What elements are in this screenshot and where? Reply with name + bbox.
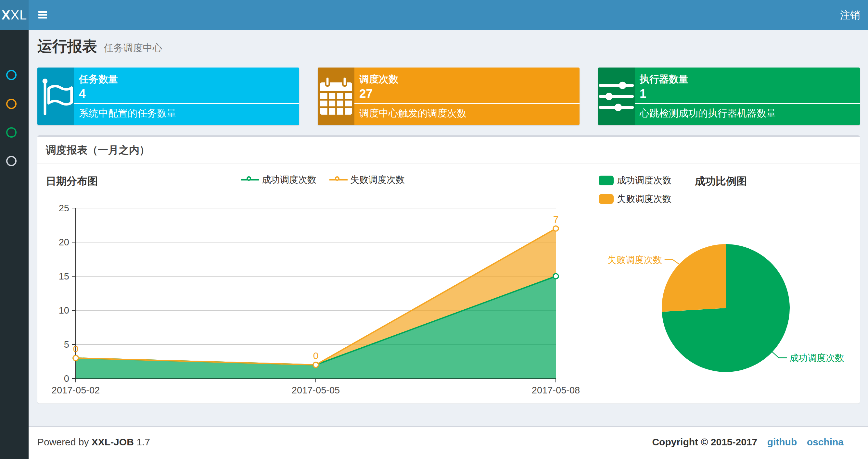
svg-text:25: 25 <box>59 203 69 213</box>
app-logo[interactable]: XXL <box>0 0 29 30</box>
svg-text:2017-05-08: 2017-05-08 <box>532 385 580 395</box>
svg-text:失败调度次数: 失败调度次数 <box>608 255 662 265</box>
svg-text:20: 20 <box>59 237 69 248</box>
svg-text:成功调度次数: 成功调度次数 <box>789 353 844 363</box>
info-box-description: 心跳检测成功的执行器机器数量 <box>640 107 776 120</box>
page-subtitle: 任务调度中心 <box>104 41 162 55</box>
divider <box>354 103 580 104</box>
sidebar-item-logs[interactable] <box>6 127 17 138</box>
svg-text:15: 15 <box>59 271 69 282</box>
info-box-executors: 执行器数量 1 心跳检测成功的执行器机器数量 <box>598 67 860 125</box>
app-version: 1.7 <box>136 436 150 447</box>
svg-text:0: 0 <box>73 343 79 354</box>
circle-o-icon <box>6 156 17 166</box>
line-area-chart: 05101520252017-05-022017-05-052017-05-08… <box>37 183 596 404</box>
svg-text:7: 7 <box>553 214 559 225</box>
powered-prefix: Powered by <box>37 436 89 447</box>
panel-title: 调度报表（一月之内） <box>37 137 860 164</box>
info-box-label: 任务数量 <box>79 73 118 86</box>
flag-outline-icon <box>37 67 74 125</box>
sliders-icon <box>598 67 635 125</box>
logout-link[interactable]: 注销 <box>840 0 860 30</box>
svg-text:0: 0 <box>313 350 319 361</box>
divider <box>635 103 860 104</box>
powered-by: Powered by XXL-JOB 1.7 <box>37 436 150 448</box>
pie-chart: 成功调度次数失败调度次数 <box>596 183 860 404</box>
sidebar <box>0 30 29 459</box>
top-navbar: XXL 注销 <box>0 0 868 30</box>
report-panel: 调度报表（一月之内） 日期分布图 成功比例图 成功调度次数 失败调度次数 成功调… <box>37 135 860 403</box>
oschina-link[interactable]: oschina <box>807 436 844 447</box>
page-title: 运行报表 <box>37 36 97 57</box>
page-header: 运行报表 任务调度中心 <box>37 36 162 57</box>
info-box-triggers: 调度次数 27 调度中心触发的调度次数 <box>318 67 580 125</box>
content-area: 运行报表 任务调度中心 任务数量 4 系统中配置的任务数量 <box>29 30 868 426</box>
circle-o-icon <box>6 70 17 80</box>
svg-text:5: 5 <box>64 339 69 350</box>
app-name: XXL-JOB <box>92 436 134 447</box>
copyright-text: Copyright © 2015-2017 <box>652 436 757 447</box>
svg-text:10: 10 <box>59 305 69 316</box>
sidebar-toggle-icon[interactable] <box>38 11 48 19</box>
divider <box>74 103 299 104</box>
svg-text:2017-05-05: 2017-05-05 <box>292 385 340 395</box>
info-box-jobs: 任务数量 4 系统中配置的任务数量 <box>37 67 299 125</box>
copyright: Copyright © 2015-2017 github oschina <box>652 436 844 448</box>
info-box-value: 27 <box>359 87 373 101</box>
logo-bold: X <box>2 8 11 22</box>
logo-rest: XL <box>10 8 27 22</box>
github-link[interactable]: github <box>767 436 797 447</box>
circle-o-icon <box>6 99 17 109</box>
info-box-value: 4 <box>79 87 86 101</box>
svg-text:2017-05-02: 2017-05-02 <box>52 385 100 395</box>
info-box-value: 1 <box>640 87 647 101</box>
info-box-label: 执行器数量 <box>640 73 688 86</box>
svg-text:0: 0 <box>64 373 69 384</box>
circle-o-icon <box>6 127 17 138</box>
sidebar-item-report[interactable] <box>6 70 17 80</box>
info-box-description: 调度中心触发的调度次数 <box>359 107 466 120</box>
calendar-icon <box>318 67 354 125</box>
info-box-label: 调度次数 <box>359 73 398 86</box>
sidebar-item-jobs[interactable] <box>6 99 17 109</box>
footer: Powered by XXL-JOB 1.7 Copyright © 2015-… <box>29 426 868 459</box>
info-box-description: 系统中配置的任务数量 <box>79 107 176 120</box>
sidebar-item-help[interactable] <box>6 156 17 166</box>
